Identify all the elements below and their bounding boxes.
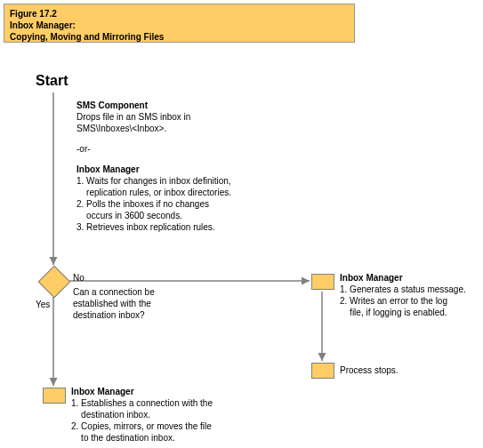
inbox-manager-heading-2: Inbox Manager: [340, 272, 466, 284]
step1-b2b: occurs in 3600 seconds.: [76, 210, 231, 221]
yes-branch-node: [43, 388, 66, 404]
yes-branch-l1b: destination inbox.: [71, 409, 213, 420]
yes-branch-text: Inbox Manager 1. Establishes a connectio…: [71, 386, 213, 444]
start-label: Start: [36, 73, 68, 89]
no-branch-l2b: file, if logging is enabled.: [340, 307, 466, 318]
no-branch-text: Inbox Manager 1. Generates a status mess…: [340, 272, 466, 318]
decision-q3: destination inbox?: [73, 309, 155, 321]
no-branch-node: [311, 274, 334, 290]
inbox-manager-heading-3: Inbox Manager: [71, 386, 213, 397]
decision-diamond: [38, 266, 71, 299]
figure-header: Figure 17.2 Inbox Manager: Copying, Movi…: [4, 4, 355, 43]
process-stops-label: Process stops.: [340, 364, 398, 376]
no-label: No: [73, 272, 85, 284]
sms-component-line2: SMS\Inboxes\<Inbox>.: [76, 123, 231, 134]
yes-branch-l2b: to the destination inbox.: [71, 432, 213, 444]
inbox-manager-heading-1: Inbox Manager: [76, 164, 231, 175]
flowchart-connectors: [0, 0, 483, 448]
decision-q2: established with the: [73, 298, 155, 309]
figure-subtitle: Copying, Moving and Mirroring Files: [10, 31, 349, 43]
step1-b3: 3. Retrieves inbox replication rules.: [76, 221, 231, 233]
no-branch-l2: 2. Writes an error to the log: [340, 295, 466, 307]
yes-label: Yes: [36, 299, 50, 310]
step1-b1: 1. Waits for changes in inbox definition…: [76, 175, 231, 187]
sms-component-heading: SMS Component: [76, 100, 231, 111]
decision-q1: Can a connection be: [73, 286, 155, 298]
decision-question: Can a connection be established with the…: [73, 286, 155, 321]
no-branch-l1: 1. Generates a status message.: [340, 284, 466, 295]
figure-title: Inbox Manager:: [10, 20, 349, 31]
step1-b1b: replication rules, or inbox directories.: [76, 187, 231, 198]
process-stops-node: [311, 363, 334, 379]
sms-component-line1: Drops file in an SMS inbox in: [76, 111, 231, 123]
figure-number: Figure 17.2: [10, 8, 349, 20]
yes-branch-l1: 1. Establishes a connection with the: [71, 397, 213, 409]
yes-branch-l2: 2. Copies, mirrors, or moves the file: [71, 420, 213, 432]
step1-block: SMS Component Drops file in an SMS inbox…: [76, 100, 231, 233]
or-separator: -or-: [76, 143, 231, 155]
step1-b2: 2. Polls the inboxes if no changes: [76, 198, 231, 210]
